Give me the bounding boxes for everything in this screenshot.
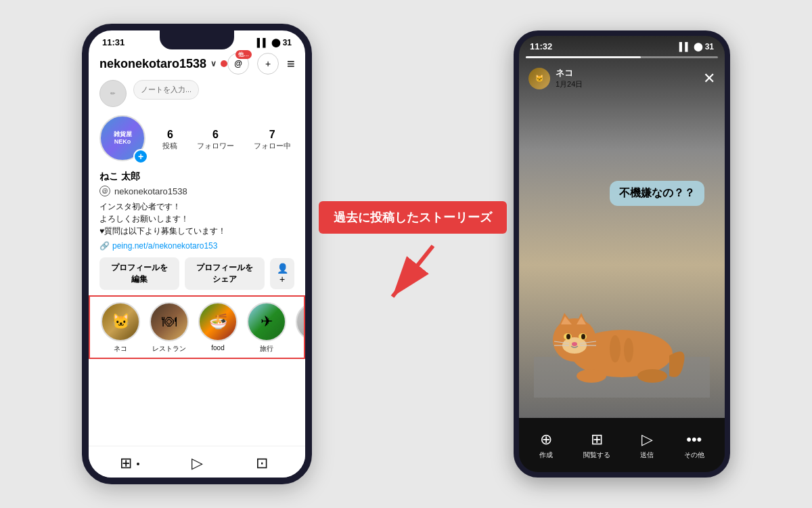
nav-reels-icon[interactable]: ▷ [185, 454, 209, 472]
story-avatar: 🐱 [528, 68, 550, 89]
nav-tagged-icon[interactable]: ⊡ [250, 454, 274, 472]
highlight-food[interactable]: 🍜 food [198, 302, 238, 354]
create-label: 作成 [539, 450, 553, 460]
note-bubble[interactable]: ノートを入力... [133, 80, 199, 100]
battery-icon: 31 [283, 38, 292, 47]
ig-header: nekonekotaro1538 ∨ @ 他… + ≡ [89, 50, 305, 80]
wifi-icon: ⬤ [271, 38, 280, 47]
add-post-button[interactable]: + [257, 53, 279, 75]
story-username: ネコ [556, 67, 583, 79]
highlight-circle-restaurant: 🍽 [150, 302, 189, 341]
story-progress-fill [526, 56, 641, 58]
profile-link[interactable]: 🔗 peing.net/a/nekonekotaro153 [89, 240, 305, 252]
profile-stats: 6 投稿 6 フォロワー 7 フォロー中 [159, 129, 294, 151]
bio-line-2: よろしくお願いします！ [99, 213, 294, 225]
link-text: peing.net/a/nekonekotaro153 [112, 241, 217, 251]
avatar-plus-button[interactable]: + [133, 149, 148, 164]
threads-row[interactable]: @ nekonekotaro1538 [89, 184, 305, 198]
svg-point-16 [572, 342, 577, 346]
story-nav-more[interactable]: ••• その他 [684, 431, 704, 460]
annotation-label: 過去に投稿したストーリーズ [319, 201, 507, 234]
story-user-info: ネコ 1月24日 [556, 67, 583, 89]
story-date: 1月24日 [556, 79, 583, 89]
avatar-wrap: 雑貨屋NEKo + [99, 115, 148, 164]
story-close-button[interactable]: ✕ [703, 70, 715, 87]
following-stat[interactable]: 7 フォロー中 [254, 129, 291, 151]
story-signal-icon: ▌▌ [679, 42, 691, 51]
activity-dot [221, 60, 227, 67]
svg-point-22 [637, 369, 667, 383]
highlight-travel[interactable]: ✈ 旅行 [247, 302, 286, 354]
svg-point-14 [566, 334, 570, 339]
posts-stat[interactable]: 6 投稿 [162, 129, 177, 151]
cat-illustration [534, 276, 710, 398]
story-sticker: 不機嫌なの？？ [610, 181, 704, 206]
story-highlights: 🐱 ネコ 🍽 レストラン 🍜 food ✈ 旅行 📷 大… [89, 295, 305, 359]
share-profile-button[interactable]: プロフィールをシェア [185, 257, 265, 290]
send-icon: ▷ [641, 431, 653, 448]
story-header: 🐱 ネコ 1月24日 ✕ [519, 62, 725, 95]
more-icon: ••• [686, 431, 702, 448]
story-progress-bar [526, 56, 718, 58]
bio-line-3: ♥質問は以下より募集しています！ [99, 225, 294, 237]
story-status-bar: 11:32 ▌▌ ⬤ 31 [519, 36, 725, 54]
story-status-icons: ▌▌ ⬤ 31 [679, 42, 714, 51]
arrow-area [386, 239, 440, 307]
followers-stat[interactable]: 6 フォロワー [197, 129, 234, 151]
status-icons-left: ▌▌ ⬤ 31 [257, 38, 292, 47]
followers-count: 6 [212, 129, 219, 141]
highlight-label-restaurant: レストラン [152, 344, 186, 354]
avatar-text: 雑貨屋NEKo [114, 131, 132, 146]
posts-count: 6 [167, 129, 173, 141]
edit-profile-button[interactable]: プロフィールを編集 [99, 257, 179, 290]
signal-icon: ▌▌ [257, 38, 269, 47]
highlight-circle-food: 🍜 [198, 302, 238, 341]
plus-icon: + [265, 58, 271, 69]
nav-grid-icon[interactable]: ⊞ [120, 454, 144, 472]
threads-icon: @ [234, 59, 242, 68]
svg-point-5 [624, 338, 633, 362]
browse-label: 閲覧する [583, 450, 610, 460]
story-battery-icon: 31 [705, 42, 714, 51]
posts-label: 投稿 [162, 141, 177, 151]
svg-point-21 [577, 369, 606, 383]
story-nav-browse[interactable]: ⊞ 閲覧する [583, 431, 610, 460]
time-left: 11:31 [102, 37, 125, 47]
more-label: その他 [684, 450, 704, 460]
threads-badge: 他… [235, 50, 252, 59]
profile-buttons: プロフィールを編集 プロフィールをシェア 👤+ [89, 252, 305, 295]
left-phone: 11:31 ▌▌ ⬤ 31 nekonekotaro1538 ∨ @ 他… + [82, 24, 312, 484]
main-layout: 11:31 ▌▌ ⬤ 31 nekonekotaro1538 ∨ @ 他… + [82, 24, 730, 484]
followers-label: フォロワー [197, 141, 234, 151]
bio-line-1: インスタ初心者です！ [99, 200, 294, 213]
highlight-restaurant[interactable]: 🍽 レストラン [150, 302, 189, 354]
threads-handle-icon: @ [99, 186, 110, 196]
story-time: 11:32 [530, 41, 552, 51]
threads-handle-text: nekonekotaro1538 [114, 186, 187, 196]
highlight-label-travel: 旅行 [260, 344, 273, 354]
display-name: ねこ 太郎 [89, 169, 305, 184]
story-wifi-icon: ⬤ [694, 42, 702, 51]
story-nav-create[interactable]: ⊕ 作成 [539, 431, 553, 460]
annotation-section: 過去に投稿したストーリーズ [319, 201, 507, 307]
threads-button[interactable]: @ 他… [227, 53, 249, 75]
menu-icon[interactable]: ≡ [287, 56, 295, 72]
svg-point-4 [610, 335, 621, 362]
browse-icon: ⊞ [591, 431, 603, 448]
ig-username-text: nekonekotaro1538 [99, 57, 206, 71]
ig-username-row[interactable]: nekonekotaro1538 ∨ [99, 57, 227, 71]
link-icon: 🔗 [99, 241, 110, 251]
svg-line-1 [392, 246, 433, 297]
note-area: ✏ ノートを入力... [99, 80, 294, 107]
chevron-down-icon: ∨ [210, 59, 217, 68]
add-friend-button[interactable]: 👤+ [270, 258, 294, 289]
following-label: フォロー中 [254, 141, 291, 151]
right-phone: 11:32 ▌▌ ⬤ 31 🐱 ネコ 1月24日 ✕ [514, 30, 730, 478]
highlight-neko[interactable]: 🐱 ネコ [101, 302, 140, 354]
highlight-circle-neko: 🐱 [101, 302, 140, 341]
phone-notch [160, 30, 234, 49]
story-nav-send[interactable]: ▷ 送信 [640, 431, 654, 460]
highlight-more[interactable]: 📷 大… [296, 302, 305, 354]
highlight-circle-travel: ✈ [247, 302, 286, 341]
profile-row: 雑貨屋NEKo + 6 投稿 6 フォロワー 7 フォロー中 [89, 112, 305, 169]
